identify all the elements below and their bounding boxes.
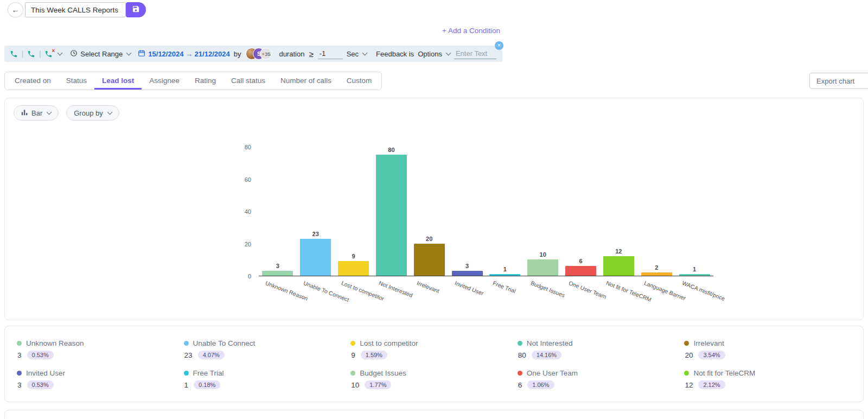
bar-value-label: 23	[312, 231, 319, 237]
separator: |	[22, 50, 23, 58]
bar-value-label: 6	[579, 258, 582, 264]
legend-value-row: 101.77%	[350, 380, 518, 389]
bar-value-label: 80	[388, 147, 394, 153]
report-title-input[interactable]	[25, 2, 126, 17]
legend-label: Free Trial	[193, 369, 224, 377]
call-outgoing-icon[interactable]	[10, 50, 18, 58]
chevron-down-icon	[107, 109, 112, 115]
tab-number-of-calls[interactable]: Number of calls	[273, 72, 339, 90]
bar-unable-to-connect[interactable]	[300, 239, 331, 276]
select-range-dropdown[interactable]: Select Range	[70, 49, 131, 59]
y-axis-tick: 80	[245, 144, 251, 150]
separator: |	[39, 50, 41, 58]
bar-slot: 20Irrelevant	[410, 147, 448, 276]
bar-free-trial[interactable]	[489, 274, 520, 276]
legend-item-one-user-team[interactable]: One User Team61.06%	[518, 369, 685, 389]
tab-created-on[interactable]: Created on	[7, 72, 59, 90]
options-label: Options	[418, 50, 442, 58]
tab-assignee[interactable]: Assignee	[142, 72, 187, 90]
bar-not-interested[interactable]	[376, 155, 407, 276]
bar-unknown-reason[interactable]	[262, 271, 293, 276]
legend-value: 6	[518, 381, 522, 389]
x-axis-label: Invited User	[454, 280, 485, 296]
x-axis-label: Unknown Reason	[265, 280, 309, 302]
group-by-dropdown[interactable]: Group by	[66, 105, 119, 120]
call-incoming-icon[interactable]	[27, 50, 35, 58]
missed-x-icon: ×	[52, 48, 55, 54]
legend-percent-badge: 3.54%	[698, 351, 725, 359]
legend-label: Lost to competitor	[360, 339, 418, 347]
feedback-label: Feedback is	[376, 50, 414, 58]
legend-value-row: 234.07%	[184, 351, 351, 359]
call-missed-icon[interactable]: ×	[44, 50, 53, 58]
bar-slot: 23Unable To Connect	[297, 147, 335, 276]
legend-head: Lost to competitor	[350, 339, 518, 347]
legend-label: Not Interested	[527, 339, 573, 347]
legend-head: Free Trial	[184, 369, 351, 377]
bar-value-label: 12	[615, 248, 622, 255]
add-condition-link[interactable]: + Add a Condition	[442, 27, 500, 35]
y-axis-tick: 20	[245, 241, 251, 247]
legend-item-irrelevant[interactable]: Irrelevant203.54%	[684, 339, 851, 359]
options-dropdown[interactable]: Options	[418, 50, 450, 58]
bar-slot: 2Language Barrier	[637, 147, 675, 276]
legend-head: Unable To Connect	[184, 339, 351, 347]
next-section-card	[4, 410, 864, 419]
legend-value-row: 10.18%	[184, 380, 351, 389]
assignee-avatars[interactable]: S +35	[246, 48, 272, 60]
legend-percent-badge: 14.16%	[532, 351, 561, 359]
legend-head: Invited User	[17, 369, 184, 377]
chart-type-label: Bar	[31, 109, 42, 117]
bar-irrelevant[interactable]	[414, 244, 445, 276]
bar-budget-issues[interactable]	[527, 259, 558, 276]
legend-percent-badge: 1.06%	[527, 380, 554, 389]
unit-label: Sec	[347, 50, 359, 58]
feedback-text-input[interactable]	[454, 48, 496, 59]
tab-call-status[interactable]: Call status	[224, 72, 273, 90]
duration-input[interactable]	[318, 48, 343, 59]
legend-item-free-trial[interactable]: Free Trial10.18%	[184, 369, 351, 389]
remove-filter-icon[interactable]: ×	[495, 41, 503, 50]
chevron-down-icon[interactable]	[58, 50, 63, 55]
tab-custom[interactable]: Custom	[339, 72, 380, 90]
legend-dot	[518, 341, 522, 346]
export-chart-button[interactable]: Export chart	[809, 73, 868, 89]
legend-item-unable-to-connect[interactable]: Unable To Connect234.07%	[184, 339, 351, 359]
bar-value-label: 1	[693, 266, 696, 272]
chevron-down-icon	[126, 50, 132, 55]
legend-value: 20	[685, 351, 693, 359]
bar-language-barrier[interactable]	[641, 272, 672, 276]
legend-value-row: 203.54%	[684, 351, 851, 359]
tab-status[interactable]: Status	[59, 72, 94, 90]
bar-slot: 10Budget Issues	[524, 147, 562, 276]
legend-value: 1	[184, 381, 189, 389]
legend-item-not-interested[interactable]: Not Interested8014.16%	[518, 339, 685, 359]
bar-invited-user[interactable]	[452, 271, 483, 276]
save-button[interactable]	[126, 2, 146, 17]
date-range-picker[interactable]: 15/12/2024 → 21/12/2024	[138, 49, 229, 59]
bar-lost-to-competitor[interactable]	[338, 261, 369, 276]
legend-item-lost-to-competitor[interactable]: Lost to competitor91.59%	[350, 339, 518, 359]
legend-item-not-fit-for-telecrm[interactable]: Not fit for TeleCRM122.12%	[684, 369, 851, 389]
chart-type-dropdown[interactable]: Bar	[14, 105, 59, 120]
unit-dropdown[interactable]: Sec	[347, 50, 367, 58]
bar-slot: 3Invited User	[448, 147, 486, 276]
y-axis-tick: 0	[248, 273, 251, 280]
legend-item-budget-issues[interactable]: Budget Issues101.77%	[350, 369, 518, 389]
legend-head: Not fit for TeleCRM	[684, 369, 851, 377]
legend-item-unknown-reason[interactable]: Unknown Reason30.53%	[17, 339, 184, 359]
back-button[interactable]: ←	[8, 2, 23, 17]
legend-item-invited-user[interactable]: Invited User30.53%	[17, 369, 184, 389]
legend-head: Unknown Reason	[17, 339, 184, 347]
bar-slot: 12Not fit for TeleCRM	[599, 147, 637, 276]
bar-slot: 3Unknown Reason	[259, 147, 297, 276]
tab-rating[interactable]: Rating	[187, 72, 224, 90]
bar-slot: 6One User Team	[562, 147, 600, 276]
avatar-more-badge: +35	[260, 48, 272, 60]
bar-not-fit-for-telecrm[interactable]	[603, 256, 634, 276]
bar-waca-misfit-price[interactable]	[679, 274, 710, 276]
bar-one-user-team[interactable]	[565, 266, 596, 276]
legend-card: Unknown Reason30.53%Unable To Connect234…	[4, 326, 864, 402]
legend-label: Invited User	[26, 369, 65, 377]
tab-lead-lost[interactable]: Lead lost	[94, 72, 142, 90]
